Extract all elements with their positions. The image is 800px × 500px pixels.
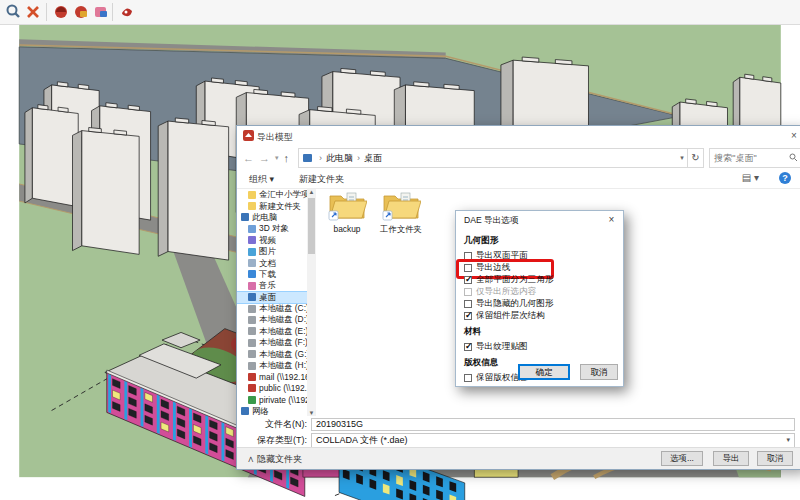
sidebar-item[interactable]: 音乐 [237, 280, 313, 291]
sidebar-item-label: 下载 [259, 269, 276, 280]
navigation-bar: ← → ▾ ↑ › 此电脑 › 桌面 ▾ ↻ 搜索"桌面" [237, 146, 800, 170]
sidebar-item[interactable]: 本地磁盘 (E:) [237, 326, 313, 337]
sidebar-item[interactable]: 3D 对象 [237, 223, 313, 234]
organize-button[interactable]: 组织 ▾ [249, 173, 274, 186]
export-button[interactable]: 导出 [713, 451, 749, 466]
checkbox-icon[interactable] [464, 374, 472, 382]
navigation-pane: 金汇中小学项目新建文件夹此电脑3D 对象视频图片文档下载音乐桌面本地磁盘 (C:… [237, 189, 313, 416]
scroll-up-icon[interactable]: ▲ [307, 189, 316, 195]
sidebar-item[interactable]: 新建文件夹 [237, 200, 313, 211]
search-icon [789, 153, 798, 164]
chevron-up-icon: ∧ [247, 454, 255, 464]
computer-icon [241, 213, 249, 221]
sidebar-item-label: 视频 [259, 235, 276, 246]
plugin-red-1-icon[interactable] [52, 3, 70, 21]
address-caret-icon[interactable]: ▾ [680, 154, 684, 162]
filename-input[interactable] [311, 418, 795, 431]
sidebar-item[interactable]: 本地磁盘 (G:) [237, 348, 313, 359]
disk-icon [248, 316, 256, 324]
dialog-title: 导出模型 [257, 131, 293, 144]
sidebar-item[interactable]: mail (\\192.168 [237, 371, 313, 382]
close-icon[interactable]: × [605, 213, 618, 226]
refresh-icon[interactable]: ↻ [688, 148, 705, 168]
savetype-label: 保存类型(T): [237, 434, 311, 447]
sidebar-item[interactable]: 下载 [237, 269, 313, 280]
disk-icon [248, 362, 256, 370]
breadcrumb-separator: › [319, 153, 322, 163]
new-folder-button[interactable]: 新建文件夹 [299, 173, 344, 186]
desktop-icon [248, 293, 256, 301]
checkbox-label: 导出隐藏的几何图形 [476, 298, 553, 310]
scrollbar-thumb[interactable] [308, 198, 315, 254]
options-button[interactable]: 选项... [661, 451, 703, 466]
sidebar-item[interactable]: 桌面 [237, 292, 313, 303]
up-button[interactable]: ↑ [284, 152, 290, 164]
checkbox-icon[interactable] [464, 300, 472, 308]
breadcrumb-desktop[interactable]: 桌面 [364, 152, 382, 165]
sidebar-item[interactable]: 金汇中小学项目 [237, 189, 313, 200]
checkbox-option[interactable]: 保留组件层次结构 [464, 310, 617, 322]
checkbox-icon[interactable] [464, 312, 472, 320]
sidebar-item-label: 本地磁盘 (F:) [259, 337, 308, 348]
sidebar-item[interactable]: 本地磁盘 (C:) [237, 303, 313, 314]
sidebar-item[interactable]: 本地磁盘 (H:) [237, 360, 313, 371]
view-options-icon[interactable]: ▤ ▾ [742, 172, 759, 183]
search-input[interactable]: 搜索"桌面" [709, 148, 800, 168]
dialog-titlebar[interactable]: 导出模型 × [237, 126, 800, 146]
checkbox-option[interactable]: 导出双面平面 [464, 250, 617, 262]
hide-folders-button[interactable]: ∧ 隐藏文件夹 [247, 453, 302, 466]
sidebar-item[interactable]: 此电脑 [237, 212, 313, 223]
file-item-folder[interactable]: 工作文件夹 [375, 189, 427, 235]
sidebar-item[interactable]: pirivate (\\192 [237, 394, 313, 405]
breadcrumb-separator: › [357, 153, 360, 163]
ok-button[interactable]: 确定 [518, 364, 570, 380]
dae-options-body: 几何图形导出双面平面导出边线全部平面分为三角形仅导出所选内容导出隐藏的几何图形保… [456, 229, 623, 384]
sidebar-item-label: 本地磁盘 (C:) [259, 303, 309, 314]
3d-objects-icon [248, 225, 256, 233]
checkbox-icon[interactable] [464, 343, 472, 351]
checkbox-option[interactable]: 导出边线 [464, 262, 617, 274]
plugin-pink-icon[interactable] [92, 3, 110, 21]
plugin-red-2-icon[interactable] [72, 3, 90, 21]
scroll-down-icon[interactable]: ▼ [307, 410, 316, 416]
checkbox-icon[interactable] [464, 264, 472, 272]
sidebar-item[interactable]: 图片 [237, 246, 313, 257]
plugin-red-3-icon[interactable] [118, 3, 136, 21]
section-header: 几何图形 [464, 235, 617, 247]
help-icon[interactable]: ? [779, 172, 791, 184]
sidebar-item[interactable]: 本地磁盘 (D:) [237, 314, 313, 325]
sidebar-item-label: 3D 对象 [259, 223, 289, 234]
sidebar-item[interactable]: public (\\192.1 [237, 383, 313, 394]
filename-label: 文件名(N): [237, 418, 311, 431]
forward-button[interactable]: → [259, 152, 270, 164]
address-bar[interactable]: › 此电脑 › 桌面 ▾ [298, 148, 688, 168]
network-drive-red-icon [248, 373, 256, 381]
file-item-folder[interactable]: backup [321, 189, 373, 234]
savetype-dropdown[interactable]: COLLADA 文件 (*.dae) ▾ [311, 433, 795, 448]
dae-titlebar[interactable]: DAE 导出选项 × [456, 211, 623, 229]
sidebar-item[interactable]: 视频 [237, 235, 313, 246]
disk-icon [248, 327, 256, 335]
close-icon[interactable]: × [787, 129, 800, 143]
sidebar-item[interactable]: 本地磁盘 (F:) [237, 337, 313, 348]
videos-icon [248, 236, 256, 244]
history-caret-icon[interactable]: ▾ [275, 154, 279, 162]
sidebar-item[interactable]: 网络 [237, 405, 313, 416]
checkbox-option[interactable]: 导出隐藏的几何图形 [464, 298, 617, 310]
checkbox-option[interactable]: 导出纹理贴图 [464, 341, 617, 353]
scale-tool-icon[interactable] [24, 3, 42, 21]
checkbox-icon[interactable] [464, 276, 472, 284]
sidebar-scrollbar[interactable]: ▲ ▼ [307, 189, 316, 416]
zoom-tool-icon[interactable] [4, 3, 22, 21]
checkbox-label: 保留组件层次结构 [476, 310, 545, 322]
downloads-icon [248, 270, 256, 278]
sidebar-item[interactable]: 文档 [237, 257, 313, 268]
checkbox-option[interactable]: 全部平面分为三角形 [464, 274, 617, 286]
cancel-button[interactable]: 取消 [757, 451, 793, 466]
folder-icon [327, 189, 367, 221]
dae-cancel-button[interactable]: 取消 [580, 364, 618, 380]
breadcrumb-this-pc[interactable]: 此电脑 [326, 152, 353, 165]
back-button[interactable]: ← [243, 152, 254, 164]
checkbox-icon[interactable] [464, 252, 472, 260]
sidebar-item-label: 网络 [252, 406, 269, 416]
